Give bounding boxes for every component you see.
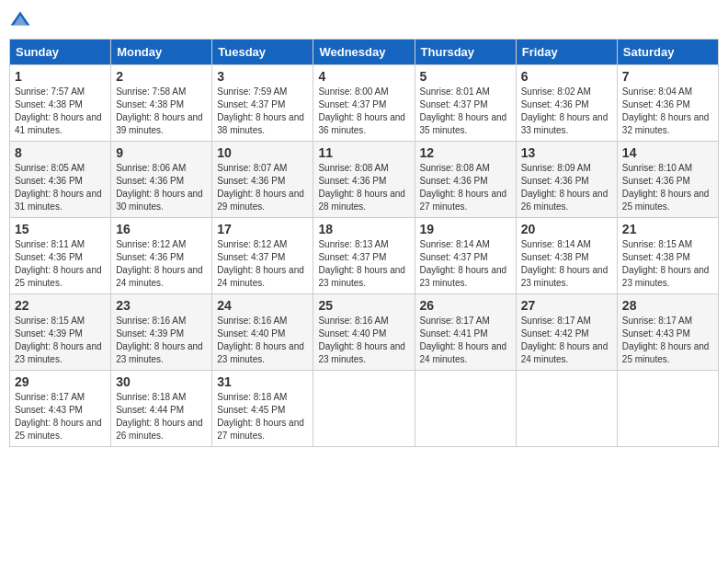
cell-info: Sunrise: 8:14 AMSunset: 4:38 PMDaylight:… — [521, 239, 609, 288]
day-number: 3 — [217, 69, 308, 84]
calendar-cell: 24 Sunrise: 8:16 AMSunset: 4:40 PMDaylig… — [212, 294, 313, 371]
day-number: 27 — [521, 298, 612, 313]
cell-info: Sunrise: 8:17 AMSunset: 4:43 PMDaylight:… — [15, 392, 102, 441]
calendar-cell: 27 Sunrise: 8:17 AMSunset: 4:42 PMDaylig… — [516, 294, 617, 371]
cell-info: Sunrise: 8:11 AMSunset: 4:36 PMDaylight:… — [15, 239, 102, 288]
day-number: 20 — [521, 222, 612, 236]
calendar-cell: 5 Sunrise: 8:01 AMSunset: 4:37 PMDayligh… — [415, 65, 516, 142]
cell-info: Sunrise: 8:02 AMSunset: 4:36 PMDaylight:… — [521, 86, 609, 135]
cell-info: Sunrise: 8:06 AMSunset: 4:36 PMDaylight:… — [116, 163, 203, 212]
day-number: 4 — [318, 69, 409, 84]
calendar-cell: 9 Sunrise: 8:06 AMSunset: 4:36 PMDayligh… — [111, 142, 212, 218]
calendar-cell: 31 Sunrise: 8:18 AMSunset: 4:45 PMDaylig… — [212, 371, 313, 447]
day-number: 18 — [318, 222, 409, 236]
cell-info: Sunrise: 8:01 AMSunset: 4:37 PMDaylight:… — [420, 86, 507, 135]
day-number: 8 — [15, 145, 106, 160]
day-number: 26 — [420, 298, 511, 313]
calendar-cell: 17 Sunrise: 8:12 AMSunset: 4:37 PMDaylig… — [212, 218, 313, 294]
day-number: 30 — [116, 374, 207, 389]
cell-info: Sunrise: 8:08 AMSunset: 4:36 PMDaylight:… — [318, 163, 405, 212]
calendar-header-row: SundayMondayTuesdayWednesdayThursdayFrid… — [10, 40, 719, 65]
cell-info: Sunrise: 7:57 AMSunset: 4:38 PMDaylight:… — [15, 86, 102, 135]
day-number: 9 — [116, 145, 207, 160]
day-number: 17 — [217, 222, 308, 236]
calendar-cell: 7 Sunrise: 8:04 AMSunset: 4:36 PMDayligh… — [617, 65, 718, 142]
calendar-cell: 1 Sunrise: 7:57 AMSunset: 4:38 PMDayligh… — [10, 65, 111, 142]
cell-info: Sunrise: 8:17 AMSunset: 4:43 PMDaylight:… — [622, 316, 710, 364]
col-header-sunday: Sunday — [10, 40, 111, 65]
cell-info: Sunrise: 8:16 AMSunset: 4:40 PMDaylight:… — [318, 316, 405, 364]
day-number: 13 — [521, 145, 612, 160]
calendar-cell: 20 Sunrise: 8:14 AMSunset: 4:38 PMDaylig… — [516, 218, 617, 294]
cell-info: Sunrise: 8:05 AMSunset: 4:36 PMDaylight:… — [15, 163, 102, 212]
cell-info: Sunrise: 8:12 AMSunset: 4:37 PMDaylight:… — [217, 239, 304, 288]
col-header-friday: Friday — [516, 40, 617, 65]
day-number: 5 — [420, 69, 511, 84]
calendar-cell: 18 Sunrise: 8:13 AMSunset: 4:37 PMDaylig… — [313, 218, 415, 294]
week-row-5: 29 Sunrise: 8:17 AMSunset: 4:43 PMDaylig… — [10, 371, 719, 447]
cell-info: Sunrise: 8:16 AMSunset: 4:39 PMDaylight:… — [116, 316, 203, 364]
day-number: 2 — [116, 69, 207, 84]
cell-info: Sunrise: 8:09 AMSunset: 4:36 PMDaylight:… — [521, 163, 609, 212]
calendar-body: 1 Sunrise: 7:57 AMSunset: 4:38 PMDayligh… — [10, 65, 719, 447]
cell-info: Sunrise: 8:14 AMSunset: 4:37 PMDaylight:… — [420, 239, 507, 288]
calendar-cell — [516, 371, 617, 447]
calendar-cell: 30 Sunrise: 8:18 AMSunset: 4:44 PMDaylig… — [111, 371, 212, 447]
calendar-cell: 19 Sunrise: 8:14 AMSunset: 4:37 PMDaylig… — [415, 218, 516, 294]
calendar-cell — [313, 371, 415, 447]
cell-info: Sunrise: 8:08 AMSunset: 4:36 PMDaylight:… — [420, 163, 507, 212]
day-number: 24 — [217, 298, 308, 313]
cell-info: Sunrise: 8:18 AMSunset: 4:44 PMDaylight:… — [116, 392, 203, 441]
calendar-cell: 4 Sunrise: 8:00 AMSunset: 4:37 PMDayligh… — [313, 65, 415, 142]
calendar-cell: 6 Sunrise: 8:02 AMSunset: 4:36 PMDayligh… — [516, 65, 617, 142]
logo-icon — [9, 9, 31, 31]
calendar-cell: 8 Sunrise: 8:05 AMSunset: 4:36 PMDayligh… — [10, 142, 111, 218]
day-number: 21 — [622, 222, 713, 236]
col-header-monday: Monday — [111, 40, 212, 65]
day-number: 7 — [622, 69, 713, 84]
day-number: 12 — [420, 145, 511, 160]
cell-info: Sunrise: 8:00 AMSunset: 4:37 PMDaylight:… — [318, 86, 405, 135]
day-number: 31 — [217, 374, 308, 389]
cell-info: Sunrise: 7:58 AMSunset: 4:38 PMDaylight:… — [116, 86, 203, 135]
cell-info: Sunrise: 8:12 AMSunset: 4:36 PMDaylight:… — [116, 239, 203, 288]
calendar-cell: 29 Sunrise: 8:17 AMSunset: 4:43 PMDaylig… — [10, 371, 111, 447]
week-row-3: 15 Sunrise: 8:11 AMSunset: 4:36 PMDaylig… — [10, 218, 719, 294]
calendar-cell — [415, 371, 516, 447]
cell-info: Sunrise: 8:16 AMSunset: 4:40 PMDaylight:… — [217, 316, 304, 364]
cell-info: Sunrise: 8:04 AMSunset: 4:36 PMDaylight:… — [622, 86, 710, 135]
day-number: 25 — [318, 298, 409, 313]
calendar-cell: 3 Sunrise: 7:59 AMSunset: 4:37 PMDayligh… — [212, 65, 313, 142]
cell-info: Sunrise: 8:07 AMSunset: 4:36 PMDaylight:… — [217, 163, 304, 212]
col-header-wednesday: Wednesday — [313, 40, 415, 65]
day-number: 15 — [15, 222, 106, 236]
calendar-cell: 28 Sunrise: 8:17 AMSunset: 4:43 PMDaylig… — [617, 294, 718, 371]
day-number: 23 — [116, 298, 207, 313]
calendar-cell: 16 Sunrise: 8:12 AMSunset: 4:36 PMDaylig… — [111, 218, 212, 294]
cell-info: Sunrise: 8:15 AMSunset: 4:39 PMDaylight:… — [15, 316, 102, 364]
day-number: 14 — [622, 145, 713, 160]
day-number: 29 — [15, 374, 106, 389]
calendar-cell: 12 Sunrise: 8:08 AMSunset: 4:36 PMDaylig… — [415, 142, 516, 218]
calendar-cell: 21 Sunrise: 8:15 AMSunset: 4:38 PMDaylig… — [617, 218, 718, 294]
day-number: 10 — [217, 145, 308, 160]
logo — [9, 9, 35, 31]
cell-info: Sunrise: 8:17 AMSunset: 4:41 PMDaylight:… — [420, 316, 507, 364]
calendar-cell: 13 Sunrise: 8:09 AMSunset: 4:36 PMDaylig… — [516, 142, 617, 218]
day-number: 11 — [318, 145, 409, 160]
page-header — [9, 9, 719, 31]
day-number: 22 — [15, 298, 106, 313]
calendar-cell: 14 Sunrise: 8:10 AMSunset: 4:36 PMDaylig… — [617, 142, 718, 218]
calendar-cell — [617, 371, 718, 447]
calendar-cell: 22 Sunrise: 8:15 AMSunset: 4:39 PMDaylig… — [10, 294, 111, 371]
cell-info: Sunrise: 8:10 AMSunset: 4:36 PMDaylight:… — [622, 163, 710, 212]
calendar-cell: 2 Sunrise: 7:58 AMSunset: 4:38 PMDayligh… — [111, 65, 212, 142]
cell-info: Sunrise: 8:17 AMSunset: 4:42 PMDaylight:… — [521, 316, 609, 364]
col-header-saturday: Saturday — [617, 40, 718, 65]
day-number: 28 — [622, 298, 713, 313]
week-row-1: 1 Sunrise: 7:57 AMSunset: 4:38 PMDayligh… — [10, 65, 719, 142]
cell-info: Sunrise: 8:18 AMSunset: 4:45 PMDaylight:… — [217, 392, 304, 441]
col-header-thursday: Thursday — [415, 40, 516, 65]
cell-info: Sunrise: 8:15 AMSunset: 4:38 PMDaylight:… — [622, 239, 710, 288]
calendar-cell: 10 Sunrise: 8:07 AMSunset: 4:36 PMDaylig… — [212, 142, 313, 218]
